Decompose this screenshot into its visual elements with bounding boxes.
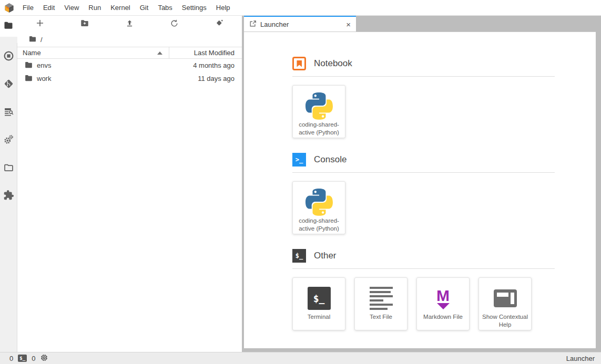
launcher-card-terminal[interactable]: $_ Terminal bbox=[292, 277, 345, 330]
sidebar-tab-file-browser[interactable] bbox=[0, 16, 17, 37]
file-name: work bbox=[37, 75, 51, 82]
folder-icon bbox=[24, 74, 33, 84]
folder-icon bbox=[24, 60, 33, 71]
console-cards: coding-shared-active (Python) bbox=[292, 181, 555, 234]
puzzle-icon bbox=[3, 190, 14, 203]
sidebar-tab-property-inspector[interactable] bbox=[0, 127, 17, 154]
tab-bar: Launcher × bbox=[244, 16, 596, 32]
upload-icon bbox=[125, 19, 134, 30]
terminals-count: 0 bbox=[9, 355, 13, 362]
card-label: coding-shared-active (Python) bbox=[293, 217, 345, 233]
tab-launcher[interactable]: Launcher × bbox=[244, 16, 356, 32]
gears-icon bbox=[3, 134, 14, 147]
jupyterlab-window: File Edit View Run Kernel Git Tabs Setti… bbox=[0, 0, 601, 364]
current-activity-label: Launcher bbox=[566, 355, 595, 362]
notebook-cards: coding-shared-active (Python) bbox=[292, 85, 555, 138]
status-bar: 0 $_ 0 Launcher bbox=[0, 352, 601, 364]
kernel-chip-icon bbox=[40, 353, 48, 363]
section-header-other: $_ Other bbox=[292, 249, 555, 263]
terminal-icon: $_ bbox=[18, 355, 27, 362]
file-browser-panel: / Name Last Modified envs 4 months ago bbox=[17, 16, 242, 352]
file-browser-toolbar bbox=[17, 16, 242, 33]
section-divider bbox=[292, 268, 555, 269]
refresh-button[interactable] bbox=[152, 16, 197, 33]
sidebar-tab-extensions[interactable] bbox=[0, 182, 17, 210]
stop-circle-icon bbox=[3, 50, 14, 64]
menu-run[interactable]: Run bbox=[84, 0, 106, 15]
launcher-card-notebook-kernel[interactable]: coding-shared-active (Python) bbox=[292, 85, 345, 138]
python-icon bbox=[305, 91, 333, 121]
card-label: Text File bbox=[368, 313, 394, 321]
menu-settings[interactable]: Settings bbox=[177, 0, 211, 15]
terminal-tile-icon: $_ bbox=[308, 284, 331, 313]
file-row-envs[interactable]: envs 4 months ago bbox=[17, 59, 242, 72]
menu-view[interactable]: View bbox=[59, 0, 84, 15]
menu-help[interactable]: Help bbox=[211, 0, 235, 15]
menubar: File Edit View Run Kernel Git Tabs Setti… bbox=[0, 0, 601, 16]
markdown-icon: M bbox=[436, 284, 450, 313]
launcher-icon bbox=[249, 20, 257, 29]
menu-file[interactable]: File bbox=[18, 0, 38, 15]
section-divider bbox=[292, 172, 555, 173]
launcher-panel: Notebook coding-shared-active (Python) bbox=[244, 32, 596, 348]
running-sessions-status[interactable]: 0 $_ 0 bbox=[9, 353, 48, 363]
notebook-icon bbox=[292, 57, 306, 70]
contextual-help-icon bbox=[493, 284, 517, 313]
file-modified: 11 days ago bbox=[198, 75, 242, 82]
file-list-empty-area bbox=[17, 85, 242, 352]
git-icon bbox=[3, 78, 14, 91]
sidebar-tab-inspector[interactable] bbox=[0, 99, 17, 127]
modified-column-label: Last Modified bbox=[194, 49, 235, 57]
launcher-card-contextual-help[interactable]: Show Contextual Help bbox=[478, 277, 532, 330]
launcher-card-text-file[interactable]: Text File bbox=[354, 277, 408, 330]
terminal-icon: $_ bbox=[292, 249, 306, 263]
menu-kernel[interactable]: Kernel bbox=[106, 0, 135, 15]
section-title: Notebook bbox=[314, 58, 352, 69]
breadcrumb-root[interactable]: / bbox=[40, 36, 43, 44]
sort-ascending-icon bbox=[157, 51, 162, 55]
tab-label: Launcher bbox=[260, 20, 289, 28]
breadcrumb[interactable]: / bbox=[17, 33, 242, 47]
python-icon bbox=[305, 188, 333, 217]
file-row-work[interactable]: work 11 days ago bbox=[17, 72, 242, 85]
plus-icon bbox=[36, 19, 44, 29]
dock-panel: Launcher × Notebook bbox=[242, 16, 601, 352]
sidebar-tab-running-sessions[interactable] bbox=[0, 43, 17, 71]
git-clone-icon bbox=[215, 18, 224, 30]
sidebar-tab-window[interactable] bbox=[0, 154, 17, 182]
new-folder-icon bbox=[80, 18, 89, 30]
launcher-body: Notebook coding-shared-active (Python) bbox=[244, 32, 596, 330]
activity-bar bbox=[0, 16, 17, 352]
refresh-icon bbox=[170, 19, 179, 30]
column-header-name[interactable]: Name bbox=[17, 47, 169, 58]
column-header-last-modified[interactable]: Last Modified bbox=[169, 47, 242, 58]
card-label: Show Contextual Help bbox=[479, 313, 531, 329]
kernels-count: 0 bbox=[32, 355, 35, 362]
file-name: envs bbox=[37, 61, 51, 69]
name-column-label: Name bbox=[23, 49, 41, 57]
list-search-icon bbox=[3, 106, 14, 119]
menu-edit[interactable]: Edit bbox=[38, 0, 59, 15]
close-icon[interactable]: × bbox=[346, 20, 351, 28]
markdown-down-arrow-icon bbox=[437, 303, 450, 309]
new-folder-button[interactable] bbox=[62, 16, 107, 33]
folder-root-icon bbox=[28, 35, 37, 45]
section-title: Console bbox=[314, 154, 347, 165]
text-file-icon bbox=[370, 284, 393, 313]
main-area: / Name Last Modified envs 4 months ago bbox=[0, 16, 601, 352]
git-clone-button[interactable] bbox=[197, 16, 242, 33]
jupyterhub-logo-icon[interactable] bbox=[0, 2, 18, 14]
console-icon: >_ bbox=[292, 153, 306, 167]
card-label: Terminal bbox=[305, 313, 332, 321]
card-label: coding-shared-active (Python) bbox=[293, 121, 345, 137]
window-icon bbox=[3, 162, 14, 175]
upload-button[interactable] bbox=[107, 16, 152, 33]
other-cards: $_ Terminal Text File bbox=[292, 277, 555, 330]
new-launcher-button[interactable] bbox=[17, 16, 62, 33]
launcher-card-markdown-file[interactable]: M Markdown File bbox=[416, 277, 470, 330]
menu-git[interactable]: Git bbox=[135, 0, 154, 15]
sidebar-tab-git[interactable] bbox=[0, 71, 17, 99]
menu-tabs[interactable]: Tabs bbox=[153, 0, 177, 15]
launcher-card-console-kernel[interactable]: coding-shared-active (Python) bbox=[292, 181, 345, 234]
section-title: Other bbox=[314, 251, 337, 261]
